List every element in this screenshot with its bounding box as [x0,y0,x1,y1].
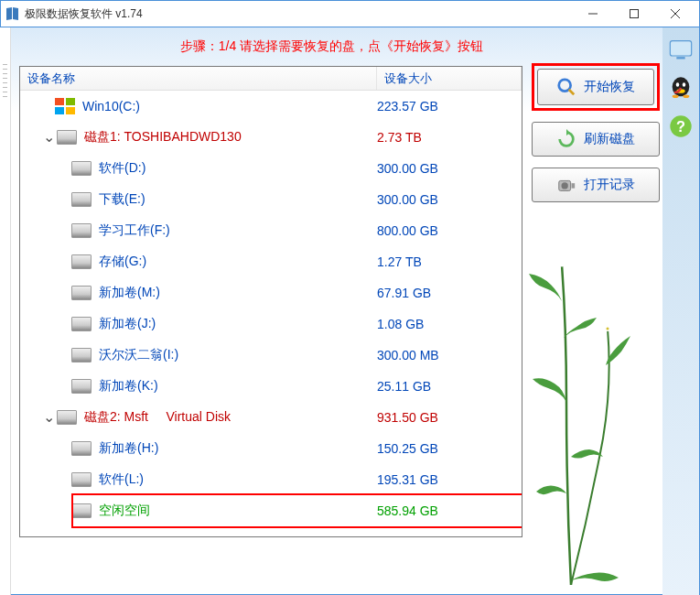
table-row[interactable]: 软件(L:)195.31 GB [20,464,522,495]
col-name[interactable]: 设备名称 [20,67,377,90]
svg-point-18 [562,182,568,189]
left-panel-edge [0,27,11,595]
table-row[interactable]: 新加卷(J:)1.08 GB [20,308,522,340]
svg-point-27 [564,261,567,265]
table-row[interactable]: 存储(G:)1.27 TB [20,246,522,277]
row-size: 67.91 GB [377,286,522,300]
disk-icon [71,254,92,269]
disk-icon [57,410,77,425]
table-row[interactable]: Win10(C:)223.57 GB [20,91,522,122]
window-title: 极限数据恢复软件 v1.74 [25,6,572,22]
disk-icon [71,192,92,207]
row-label: 磁盘1: TOSHIBAHDWD130 [84,129,242,146]
row-label: 新加卷(M:) [99,285,160,301]
row-label: 沃尔沃二翁(I:) [99,347,178,363]
row-size: 931.50 GB [377,410,522,425]
row-label: 新加卷(K:) [99,378,158,395]
table-row[interactable]: 新加卷(K:)25.11 GB [20,371,522,402]
decorative-plant [516,219,644,585]
row-size: 195.31 GB [377,472,522,487]
svg-point-21 [610,324,614,328]
disk-icon [57,130,77,145]
col-size[interactable]: 设备大小 [377,67,522,90]
svg-point-29 [564,265,567,269]
table-row[interactable]: ⌄磁盘1: TOSHIBAHDWD1302.73 TB [20,122,522,153]
camera-icon [556,175,576,195]
row-label: 空闲空间 [99,503,150,519]
svg-point-26 [560,263,565,267]
open-record-button[interactable]: 打开记录 [532,168,660,202]
windows-icon [55,98,75,114]
table-row[interactable]: 空闲空间585.94 GB [20,495,522,526]
magnifier-icon [556,77,576,97]
row-label: 学习工作(F:) [99,222,170,239]
svg-rect-0 [630,10,638,18]
row-size: 223.57 GB [377,99,522,114]
table-row[interactable]: 学习工作(F:)800.00 GB [20,215,522,246]
table-row[interactable]: 新加卷(M:)67.91 GB [20,277,522,308]
row-size: 150.25 GB [377,441,522,456]
svg-point-32 [600,541,603,544]
disk-icon [71,286,92,300]
row-size: 1.27 TB [377,254,522,269]
disk-icon [71,441,92,456]
svg-point-23 [610,330,614,334]
row-label: 存储(G:) [99,254,146,270]
row-label: 软件(L:) [99,471,144,488]
maximize-button[interactable] [613,1,654,27]
svg-rect-19 [572,183,576,189]
row-size: 300.00 MB [377,348,522,362]
disk-icon [71,348,92,362]
table-row[interactable]: 新加卷(H:)150.25 GB [20,433,522,464]
svg-rect-14 [66,107,75,114]
disk-icon [71,379,92,394]
svg-point-28 [556,261,560,265]
chevron-down-icon[interactable]: ⌄ [40,413,57,422]
close-button[interactable] [654,1,695,27]
row-size: 800.00 GB [377,223,522,238]
svg-point-30 [556,265,560,269]
row-size: 300.00 GB [377,192,522,207]
step-instruction: 步骤：1/4 请选择需要恢复的盘，点《开始恢复》按钮 [19,38,644,55]
svg-point-25 [607,328,609,330]
row-label: Win10(C:) [82,99,140,114]
disk-icon [71,223,92,238]
row-size: 2.73 TB [377,130,522,145]
app-icon [5,6,19,21]
row-label: 软件(D:) [99,160,145,177]
svg-rect-11 [55,98,64,105]
row-size: 300.00 GB [377,161,522,176]
refresh-icon [556,129,576,149]
minimize-button[interactable] [572,1,613,27]
row-label: 下载(E:) [99,191,145,208]
table-row[interactable]: 下载(E:)300.00 GB [20,184,522,215]
row-size: 1.08 GB [377,317,522,331]
svg-rect-12 [66,98,75,105]
row-label: 新加卷(J:) [99,316,156,332]
svg-point-33 [595,541,598,544]
device-table: 设备名称 设备大小 Win10(C:)223.57 GB⌄磁盘1: TOSHIB… [19,66,522,537]
disk-icon [71,161,92,176]
table-row[interactable]: 软件(D:)300.00 GB [20,153,522,184]
svg-point-31 [597,542,600,546]
table-row[interactable]: 沃尔沃二翁(I:)300.00 MB [20,340,522,371]
svg-rect-13 [55,107,64,114]
svg-point-24 [601,330,605,334]
svg-point-15 [559,80,571,92]
start-button-highlight: 开始恢复 [532,63,660,111]
table-row[interactable]: ⌄磁盘2: Msft Virtual Disk931.50 GB [20,402,522,433]
table-header: 设备名称 设备大小 [20,67,522,91]
row-label: 新加卷(H:) [99,440,158,457]
disk-icon [71,503,92,518]
disk-icon [71,317,92,331]
svg-line-16 [569,90,575,95]
svg-point-22 [601,324,605,328]
refresh-disk-button[interactable]: 刷新磁盘 [532,122,660,157]
row-size: 25.11 GB [377,379,522,394]
disk-icon [71,472,92,487]
titlebar: 极限数据恢复软件 v1.74 [0,0,700,27]
start-recovery-button[interactable]: 开始恢复 [537,69,654,105]
chevron-down-icon[interactable]: ⌄ [40,133,57,142]
row-label: 磁盘2: Msft Virtual Disk [84,409,231,426]
row-size: 585.94 GB [377,503,522,518]
